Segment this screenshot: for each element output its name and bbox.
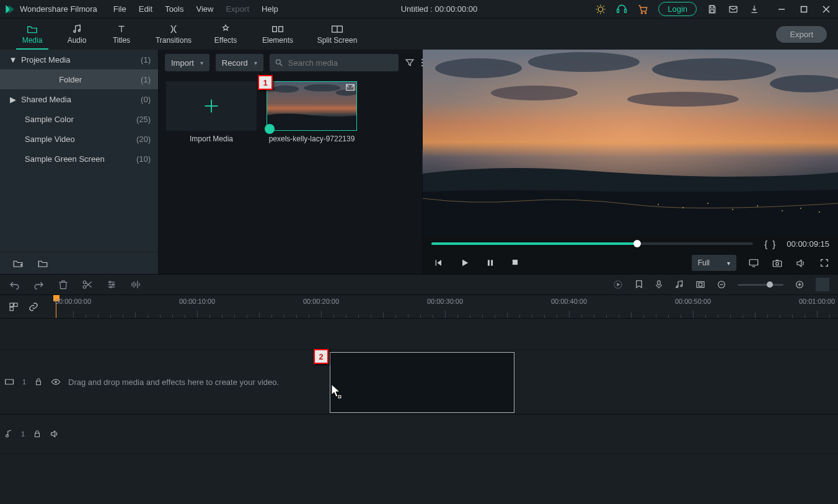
new-folder-icon[interactable] [12,259,24,268]
download-icon[interactable] [749,4,760,15]
audio-track-body[interactable] [53,415,838,453]
play-button[interactable] [460,258,470,268]
preview-panel: {} 00:00:09:15 Full▾ [423,50,838,274]
video-track-head: 1 [0,350,53,413]
sidebar-item-sample-video[interactable]: Sample Video (20) [0,129,158,149]
sidebar-item-shared-media[interactable]: ▶ Shared Media (0) [0,89,158,109]
tab-elements[interactable]: Elements [248,19,307,50]
tab-label: Media [22,36,43,45]
media-browser: Import▾ Record▾ Import Media [159,50,423,274]
media-caption: Import Media [166,135,257,143]
redo-button[interactable] [33,280,45,290]
effects-icon [220,24,231,35]
export-button[interactable]: Export [776,26,827,43]
ruler-label: 00:00:30:00 [427,298,463,305]
tab-audio[interactable]: Audio [55,19,99,50]
tab-split-screen[interactable]: Split Screen [307,19,367,50]
clip-options-icon[interactable] [346,84,355,91]
svg-rect-1 [617,9,619,12]
ruler-label: 00:00:00:00 [55,298,91,305]
svg-rect-2 [625,9,627,12]
zoom-thumb[interactable] [767,281,773,288]
media-cell-import[interactable]: Import Media [166,81,257,143]
sidebar-item-count: (0) [141,95,151,104]
mail-icon[interactable] [728,4,739,15]
lock-icon[interactable] [35,378,42,386]
audio-track[interactable]: 1 [0,414,838,454]
edit-tools-button[interactable] [107,280,117,290]
step-back-button[interactable] [434,258,444,268]
video-track-body[interactable]: Drag and drop media and effects here to … [53,350,838,413]
trim-knob[interactable] [265,124,275,134]
zoom-in-button[interactable] [795,280,805,290]
mark-in-icon[interactable]: { [764,239,767,249]
folder-icon[interactable] [37,259,48,268]
support-icon[interactable] [616,4,627,15]
volume-icon[interactable] [795,257,807,269]
video-track[interactable]: 1 Drag and drop media and effects here t… [0,350,838,414]
login-button[interactable]: Login [658,2,697,16]
zoom-slider[interactable] [738,284,783,286]
delete-button[interactable] [58,279,68,290]
cart-icon[interactable] [637,4,648,15]
zoom-out-button[interactable] [717,280,726,290]
sidebar-item-label: Project Media [21,55,141,64]
track-manager-icon[interactable] [9,302,19,312]
filter-icon[interactable] [405,56,415,69]
svg-point-78 [681,285,682,287]
voiceover-button[interactable] [655,279,663,290]
mark-out-icon[interactable]: } [772,239,775,249]
tab-effects[interactable]: Effects [203,19,248,50]
media-search[interactable] [270,54,399,71]
menu-tools[interactable]: Tools [160,2,188,16]
record-dropdown[interactable]: Record▾ [216,54,263,71]
zoom-fit-button[interactable] [816,278,829,291]
lock-icon[interactable] [33,430,41,438]
marker-button[interactable] [635,279,643,290]
audio-tools-button[interactable] [130,280,141,290]
sidebar-item-count: (20) [136,135,151,144]
search-input[interactable] [287,58,394,68]
undo-button[interactable] [9,280,20,290]
menu-file[interactable]: File [108,2,131,16]
tab-transitions[interactable]: Transitions [144,19,203,50]
sidebar-item-sample-green[interactable]: Sample Green Screen (10) [0,149,158,169]
sidebar-item-sample-color[interactable]: Sample Color (25) [0,109,158,129]
close-button[interactable] [821,4,832,15]
maximize-button[interactable] [798,4,809,15]
audio-mixer-button[interactable] [674,280,684,290]
preview-viewport[interactable] [423,50,838,236]
track-hint: Drag and drop media and effects here to … [68,378,279,387]
sidebar-item-count: (1) [141,75,151,84]
minimize-button[interactable] [776,4,787,15]
fullscreen-icon[interactable] [818,257,831,269]
media-cell-clip[interactable]: pexels-kelly-lacy-9722139 1 [267,81,357,143]
svg-rect-76 [658,281,660,285]
menu-view[interactable]: View [191,2,218,16]
snapshot-icon[interactable] [771,257,783,269]
menu-help[interactable]: Help [257,2,283,16]
pause-button[interactable] [486,258,495,268]
svg-rect-93 [37,381,41,385]
import-dropdown[interactable]: Import▾ [165,54,210,71]
svg-rect-89 [10,307,13,310]
tips-icon[interactable] [595,4,606,15]
link-icon[interactable] [29,302,38,312]
preview-quality-dropdown[interactable]: Full▾ [692,255,736,271]
sidebar-item-folder[interactable]: Folder (1) [0,69,158,89]
stop-button[interactable] [511,258,519,268]
ruler-label: 00:00:10:00 [179,298,215,305]
timeline-ruler[interactable]: 00:00:00:0000:00:10:0000:00:20:0000:00:3… [53,295,838,318]
crop-button[interactable] [695,280,705,289]
save-icon[interactable] [707,4,718,15]
menu-edit[interactable]: Edit [134,2,157,16]
sidebar-item-project-media[interactable]: ▼ Project Media (1) [0,50,158,69]
tab-titles[interactable]: Titles [99,19,144,50]
tab-media[interactable]: Media [10,19,55,50]
display-icon[interactable] [748,257,760,269]
chevron-down-icon: ▾ [727,260,730,267]
preview-seekbar[interactable] [431,242,753,245]
render-button[interactable] [612,279,624,290]
split-button[interactable] [82,279,93,290]
seek-thumb[interactable] [633,240,641,247]
